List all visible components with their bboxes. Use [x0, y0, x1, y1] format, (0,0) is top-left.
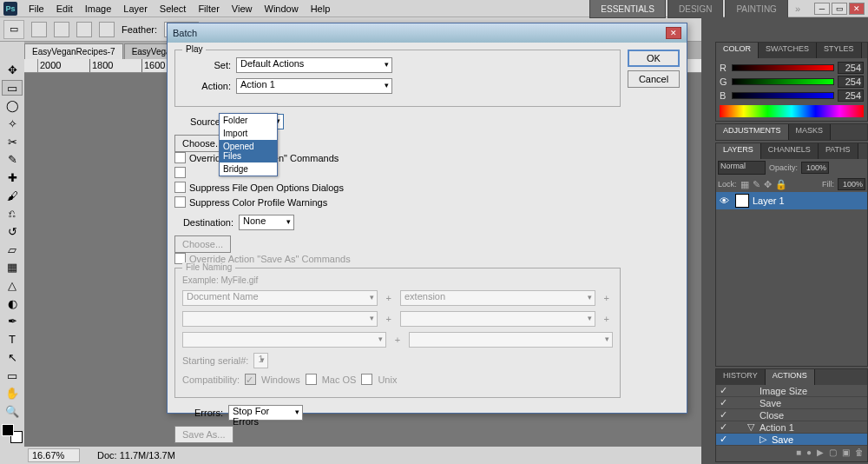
workspace-essentials[interactable]: ESSENTIALS — [589, 0, 666, 18]
cancel-button[interactable]: Cancel — [628, 70, 680, 88]
menu-view[interactable]: View — [226, 2, 259, 16]
zoom-tool[interactable]: 🔍 — [2, 403, 23, 420]
opacity-input[interactable]: 100% — [801, 162, 829, 174]
visibility-icon[interactable]: 👁 — [720, 196, 732, 206]
menu-layer[interactable]: Layer — [117, 2, 154, 16]
gradient-tool[interactable]: ▦ — [2, 260, 23, 276]
tab-channels[interactable]: CHANNELS — [761, 143, 819, 159]
lock-position-icon[interactable]: ✥ — [764, 179, 772, 190]
action-play-icon[interactable]: ▶ — [817, 447, 824, 460]
selection-intersect[interactable] — [99, 22, 115, 37]
menu-image[interactable]: Image — [79, 2, 118, 16]
eraser-tool[interactable]: ▱ — [2, 242, 23, 258]
marquee-tool[interactable]: ▭ — [2, 80, 23, 96]
menu-select[interactable]: Select — [154, 2, 193, 16]
destination-select[interactable]: None — [239, 215, 294, 230]
menu-help[interactable]: Help — [305, 2, 337, 16]
healing-tool[interactable]: ✚ — [2, 169, 23, 186]
blend-mode-select[interactable]: Normal — [718, 161, 766, 175]
selection-subtract[interactable] — [76, 22, 92, 37]
action-save2[interactable]: ✓▷Save — [716, 434, 867, 446]
stamp-tool[interactable]: ⎌ — [2, 206, 23, 222]
selection-new[interactable] — [31, 22, 47, 37]
slider-g[interactable] — [732, 78, 834, 85]
lock-pixels-icon[interactable]: ✎ — [753, 179, 760, 190]
slider-r[interactable] — [732, 64, 834, 71]
current-tool-icon[interactable]: ▭ — [3, 20, 24, 39]
type-tool[interactable]: T — [2, 331, 23, 348]
dialog-close[interactable]: ✕ — [666, 27, 681, 39]
action-save[interactable]: ✓Save — [716, 397, 867, 409]
action-new-icon[interactable]: ▣ — [842, 447, 850, 460]
workspace-design[interactable]: DESIGN — [667, 0, 723, 18]
tab-masks[interactable]: MASKS — [789, 124, 832, 140]
blur-tool[interactable]: △ — [2, 277, 23, 294]
action-close[interactable]: ✓Close — [716, 409, 867, 421]
selection-add[interactable] — [54, 22, 69, 37]
tab-paths[interactable]: PATHS — [819, 143, 858, 159]
document-tab-1[interactable]: EasyVeganRecipes-7 — [24, 43, 123, 59]
window-close[interactable]: ✕ — [849, 3, 865, 15]
hand-tool[interactable]: ✋ — [2, 385, 23, 401]
brush-tool[interactable]: 🖌 — [2, 188, 23, 204]
layer-row-1[interactable]: 👁 Layer 1 — [716, 192, 867, 209]
tab-color[interactable]: COLOR — [716, 43, 759, 58]
workspace-more-icon[interactable]: » — [790, 3, 806, 14]
choose-dest-button[interactable]: Choose... — [174, 235, 231, 253]
lock-all-icon[interactable]: 🔒 — [775, 179, 787, 190]
right-panel-dock: COLOR SWATCHES STYLES R254 G254 B254 ADJ… — [701, 17, 868, 464]
menu-file[interactable]: File — [23, 2, 50, 16]
history-brush-tool[interactable]: ↺ — [2, 223, 23, 240]
dropdown-opened-files[interactable]: Opened Files — [220, 140, 277, 162]
menu-edit[interactable]: Edit — [50, 2, 79, 16]
pen-tool[interactable]: ✒ — [2, 314, 23, 330]
slider-b[interactable] — [732, 92, 834, 99]
window-restore[interactable]: ▭ — [832, 3, 847, 15]
action-record-icon[interactable]: ● — [806, 447, 812, 460]
dropdown-import[interactable]: Import — [220, 127, 277, 140]
eyedropper-tool[interactable]: ✎ — [2, 151, 23, 168]
move-tool[interactable]: ✥ — [2, 62, 23, 78]
dropdown-folder[interactable]: Folder — [220, 114, 277, 127]
wand-tool[interactable]: ✧ — [2, 116, 23, 132]
dodge-tool[interactable]: ◐ — [2, 295, 23, 312]
tab-styles[interactable]: STYLES — [817, 43, 862, 58]
override-open-check[interactable] — [174, 152, 186, 163]
value-b[interactable]: 254 — [838, 89, 864, 102]
window-minimize[interactable]: ─ — [814, 3, 830, 15]
menu-filter[interactable]: Filter — [192, 2, 225, 16]
action-delete-icon[interactable]: 🗑 — [855, 447, 864, 460]
action-action1[interactable]: ✓▽Action 1 — [716, 421, 867, 434]
suppress-open-check[interactable] — [174, 182, 186, 193]
tab-history[interactable]: HISTORY — [716, 369, 766, 385]
fill-input[interactable]: 100% — [838, 178, 865, 190]
path-tool[interactable]: ↖ — [2, 349, 23, 366]
dialog-titlebar[interactable]: Batch ✕ — [168, 23, 687, 43]
suppress-color-check[interactable] — [174, 196, 186, 208]
color-swatches[interactable] — [2, 424, 23, 443]
save-as-button[interactable]: Save As... — [174, 426, 233, 443]
tab-actions[interactable]: ACTIONS — [766, 369, 815, 385]
workspace-painting[interactable]: PAINTING — [725, 0, 787, 18]
lasso-tool[interactable]: ◯ — [2, 97, 23, 114]
ok-button[interactable]: OK — [628, 50, 680, 67]
action-imagesize[interactable]: ✓Image Size — [716, 385, 867, 397]
zoom-level[interactable]: 16.67% — [28, 448, 80, 462]
lock-transparent-icon[interactable]: ▦ — [740, 179, 749, 190]
action-select[interactable]: Action 1 — [236, 78, 392, 94]
crop-tool[interactable]: ✂ — [2, 134, 23, 150]
spectrum-bar[interactable] — [720, 105, 864, 117]
errors-select[interactable]: Stop For Errors — [228, 405, 303, 421]
tab-adjustments[interactable]: ADJUSTMENTS — [716, 124, 789, 140]
tab-swatches[interactable]: SWATCHES — [759, 43, 817, 58]
include-subfolders-check[interactable] — [174, 167, 186, 178]
set-select[interactable]: Default Actions — [236, 57, 392, 73]
dropdown-bridge[interactable]: Bridge — [220, 162, 277, 176]
action-stop-icon[interactable]: ■ — [796, 447, 801, 460]
value-g[interactable]: 254 — [838, 76, 864, 88]
tab-layers[interactable]: LAYERS — [716, 143, 761, 159]
value-r[interactable]: 254 — [838, 62, 864, 74]
menu-window[interactable]: Window — [259, 2, 305, 16]
action-newset-icon[interactable]: ▢ — [829, 447, 837, 460]
shape-tool[interactable]: ▭ — [2, 368, 23, 384]
